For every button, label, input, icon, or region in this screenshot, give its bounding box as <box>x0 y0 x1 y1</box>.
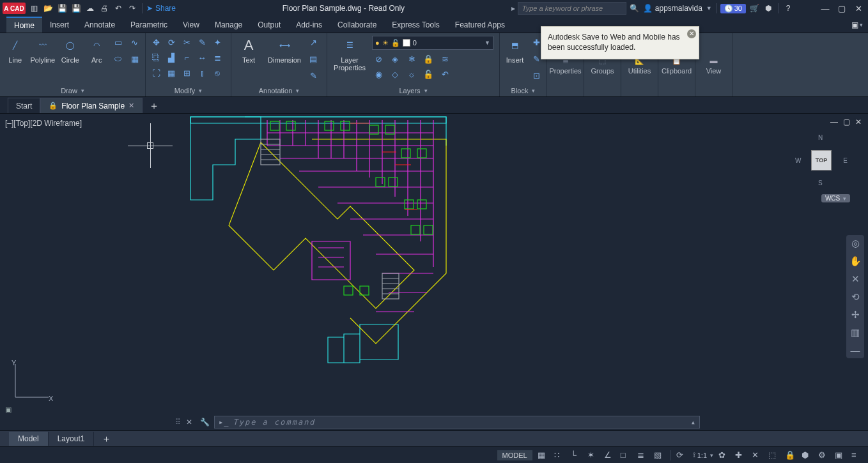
cart-icon[interactable]: 🛒 <box>748 3 760 14</box>
saveas-icon[interactable]: 💾 <box>70 3 82 14</box>
layer-properties-button[interactable]: ☰ Layer Properties <box>331 36 368 72</box>
insert-button[interactable]: ⬒Insert <box>504 36 526 64</box>
commandbar-grip[interactable]: ⠿ <box>175 418 180 427</box>
viewport-minimize-icon[interactable]: — <box>830 118 838 126</box>
maximize-button[interactable]: ▢ <box>835 4 849 13</box>
tab-collaborate[interactable]: Collaborate <box>330 17 384 33</box>
tab-parametric[interactable]: Parametric <box>123 17 175 33</box>
ucs-icon[interactable]: Y X <box>9 359 54 405</box>
pan-icon[interactable]: ✋ <box>849 255 862 267</box>
attribute-icon[interactable]: ⊡ <box>530 69 543 82</box>
lock-ui-icon[interactable]: 🔒 <box>785 450 796 460</box>
layer-thaw-icon[interactable]: ☼ <box>405 68 418 80</box>
trim-icon[interactable]: ✂ <box>180 36 193 49</box>
viewport-close-icon[interactable]: ✕ <box>855 118 862 126</box>
dimension-button[interactable]: ⟷Dimension <box>266 36 303 64</box>
explode-icon[interactable]: ✦ <box>211 36 224 49</box>
layer-freeze-icon[interactable]: ❄ <box>405 52 418 65</box>
layer-unlock-icon[interactable]: 🔓 <box>422 68 435 80</box>
tab-manage[interactable]: Manage <box>207 17 250 33</box>
layer-match-icon[interactable]: ≋ <box>438 52 451 65</box>
grid-icon[interactable]: ▦ <box>538 450 549 460</box>
layer-prev-icon[interactable]: ↶ <box>438 68 451 80</box>
tab-home[interactable]: Home <box>6 17 42 33</box>
quick-props-icon[interactable]: ⬚ <box>768 450 780 460</box>
copy-icon[interactable]: ⿻ <box>150 51 162 64</box>
cycling-icon[interactable]: ⟳ <box>676 450 688 460</box>
polyline-button[interactable]: 〰Polyline <box>30 36 55 64</box>
layer-isolate-icon[interactable]: ◈ <box>389 52 401 65</box>
transparency-icon[interactable]: ▧ <box>654 450 665 460</box>
tab-start[interactable]: Start <box>8 98 40 113</box>
line-button[interactable]: ╱Line <box>4 36 26 64</box>
circle-button[interactable]: ◯Circle <box>59 36 81 64</box>
tab-featured-apps[interactable]: Featured Apps <box>447 17 513 33</box>
search-input[interactable]: Type a keyword or phrase <box>518 2 626 15</box>
customization-icon[interactable]: ≡ <box>851 450 863 460</box>
model-space-toggle-icon[interactable]: ▣ <box>5 406 12 414</box>
new-tab-button[interactable]: ＋ <box>143 100 166 113</box>
viewport-label[interactable]: [–][Top][2D Wireframe] <box>5 119 82 128</box>
plot-icon[interactable]: 🖨 <box>98 3 110 14</box>
wcs-badge[interactable]: WCS ▾ <box>821 194 850 202</box>
arc-button[interactable]: ◠Arc <box>86 36 108 64</box>
savemobile-icon[interactable]: ☁ <box>84 3 96 14</box>
showmotion-icon[interactable]: ✢ <box>851 309 860 321</box>
save-icon[interactable]: 💾 <box>56 3 68 14</box>
app-logo[interactable]: A CAD <box>3 3 26 14</box>
mirror-icon[interactable]: ▟ <box>165 51 178 64</box>
tab-insert[interactable]: Insert <box>42 17 77 33</box>
osnap-icon[interactable]: □ <box>621 450 632 460</box>
viewcube-east[interactable]: E <box>843 157 848 164</box>
tab-addins[interactable]: Add-ins <box>288 17 330 33</box>
layout-tab-layout1[interactable]: Layout1 <box>49 432 95 446</box>
nav-settings-icon[interactable]: ▥ <box>851 327 860 338</box>
close-tab-icon[interactable]: ✕ <box>128 102 134 110</box>
user-menu[interactable]: 👤 appsmalavida ▼ <box>643 4 712 13</box>
scale-icon[interactable]: ⛶ <box>150 66 162 79</box>
full-nav-wheel-icon[interactable]: ◎ <box>851 238 860 249</box>
erase-icon[interactable]: ✎ <box>196 36 208 49</box>
viewport-maximize-icon[interactable]: ▢ <box>843 118 850 126</box>
zoom-extents-icon[interactable]: ✕ <box>851 273 860 285</box>
tab-annotate[interactable]: Annotate <box>77 17 123 33</box>
tab-express-tools[interactable]: Express Tools <box>384 17 447 33</box>
search-icon[interactable]: 🔍 <box>629 3 640 14</box>
hardware-accel-icon[interactable]: ⚙ <box>818 450 830 460</box>
layer-lock-icon[interactable]: 🔒 <box>422 52 435 65</box>
move-icon[interactable]: ✥ <box>150 36 162 49</box>
minimize-button[interactable]: — <box>818 4 832 13</box>
tab-document[interactable]: 🔒 Floor Plan Sample ✕ <box>40 98 143 113</box>
share-button[interactable]: ➤ Share <box>146 4 176 13</box>
polar-icon[interactable]: ✶ <box>587 450 599 460</box>
nav-collapse-icon[interactable]: — <box>851 345 860 356</box>
tab-output[interactable]: Output <box>250 17 288 33</box>
spline-icon[interactable]: ∿ <box>128 36 141 49</box>
stretch-icon[interactable]: ↔ <box>196 51 208 64</box>
ellipse-icon[interactable]: ⬭ <box>112 52 125 65</box>
break-icon[interactable]: ⎋ <box>211 66 224 79</box>
workspace-icon[interactable]: ✿ <box>718 450 730 460</box>
isodraft-icon[interactable]: ∠ <box>604 450 616 460</box>
command-history-icon[interactable]: ▴ <box>691 418 695 427</box>
viewcube-face[interactable]: TOP <box>812 151 831 170</box>
viewcube-north[interactable]: N <box>818 134 823 141</box>
anno-scale-button[interactable]: ⟟ 1:1▾ <box>693 451 713 459</box>
offset-icon[interactable]: ≣ <box>211 51 224 64</box>
drawing-canvas[interactable]: [–][Top][2D Wireframe] — ▢ ✕ N S E W TOP… <box>0 114 868 414</box>
text-button[interactable]: AText <box>235 36 262 64</box>
app-store-icon[interactable]: ⬢ <box>763 3 774 14</box>
customize-icon[interactable]: 🔧 <box>199 418 210 427</box>
snap-icon[interactable]: ∷ <box>554 450 566 460</box>
add-layout-button[interactable]: ＋ <box>94 433 119 445</box>
layer-dropdown[interactable]: ● ☀ 🔓 0 ▼ <box>372 36 493 50</box>
status-model-button[interactable]: MODEL <box>497 450 532 460</box>
lineweight-icon[interactable]: ≣ <box>637 450 649 460</box>
layer-unisolate-icon[interactable]: ◇ <box>389 68 401 80</box>
trial-days-badge[interactable]: 🕓 30 <box>720 4 746 13</box>
new-icon[interactable]: ▥ <box>28 3 40 14</box>
rotate-icon[interactable]: ⟳ <box>165 36 178 49</box>
fillet-icon[interactable]: ⌐ <box>180 51 193 64</box>
ribbon-collapse-button[interactable]: ▣▾ <box>846 17 868 33</box>
clean-screen-icon[interactable]: ▣ <box>835 450 846 460</box>
